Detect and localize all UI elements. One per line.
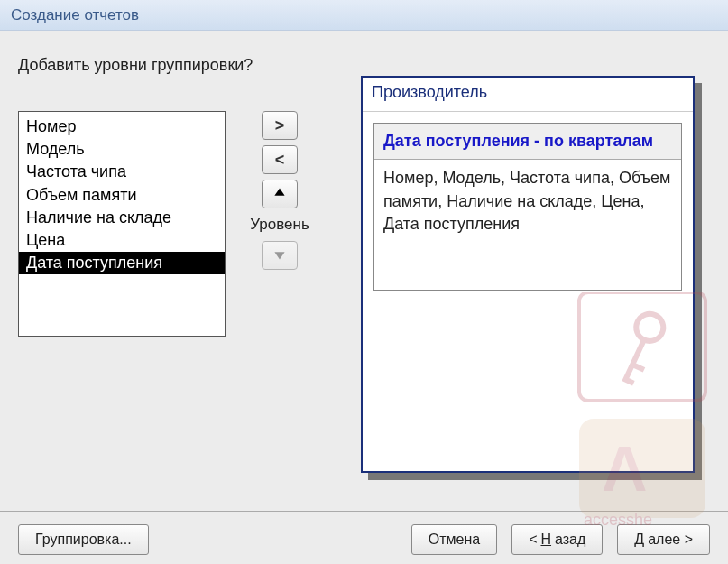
list-item[interactable]: Наличие на складе bbox=[19, 207, 225, 229]
list-item[interactable]: Частота чипа bbox=[19, 161, 225, 183]
title-bar: Создание отчетов bbox=[0, 0, 728, 31]
back-button[interactable]: < Назад bbox=[511, 524, 603, 555]
remove-level-button[interactable]: < bbox=[262, 145, 298, 174]
preview-panel: Производитель Дата поступления - по квар… bbox=[361, 76, 695, 473]
wizard-content: Добавить уровни группировки? Номер Модел… bbox=[0, 31, 728, 337]
list-item[interactable]: Дата поступления bbox=[19, 252, 225, 274]
next-button[interactable]: Далее > bbox=[617, 524, 710, 555]
list-item[interactable]: Объем памяти bbox=[19, 184, 225, 207]
chevron-left-icon: < bbox=[275, 151, 285, 170]
list-item[interactable]: Номер bbox=[19, 116, 225, 138]
priority-up-button[interactable] bbox=[262, 180, 298, 208]
list-item[interactable]: Цена bbox=[19, 229, 225, 252]
level-label: Уровень bbox=[250, 216, 309, 234]
grouping-options-button[interactable]: Группировка... bbox=[18, 524, 149, 555]
available-fields-list[interactable]: Номер Модель Частота чипа Объем памяти Н… bbox=[18, 111, 226, 337]
priority-down-button[interactable] bbox=[262, 241, 298, 270]
arrow-down-icon bbox=[273, 246, 286, 265]
add-level-button[interactable]: > bbox=[262, 111, 298, 140]
prompt-text: Добавить уровни группировки? bbox=[18, 56, 710, 75]
window-title: Создание отчетов bbox=[11, 6, 139, 24]
list-item[interactable]: Модель bbox=[19, 138, 225, 161]
wizard-footer: Группировка... Отмена < Назад Далее > bbox=[0, 511, 728, 555]
svg-marker-0 bbox=[274, 188, 284, 195]
arrow-up-icon bbox=[273, 185, 286, 204]
svg-marker-1 bbox=[274, 252, 284, 259]
cancel-button[interactable]: Отмена bbox=[411, 524, 497, 555]
detail-fields: Номер, Модель, Частота чипа, Объем памят… bbox=[374, 160, 681, 290]
group-inner: Дата поступления - по кварталам Номер, М… bbox=[373, 123, 682, 291]
group-level-1: Производитель bbox=[363, 78, 693, 112]
group-level-2: Дата поступления - по кварталам bbox=[374, 124, 681, 160]
move-buttons-column: > < Уровень bbox=[244, 111, 316, 270]
chevron-right-icon: > bbox=[275, 116, 285, 135]
grouping-preview: Производитель Дата поступления - по квар… bbox=[361, 76, 702, 473]
